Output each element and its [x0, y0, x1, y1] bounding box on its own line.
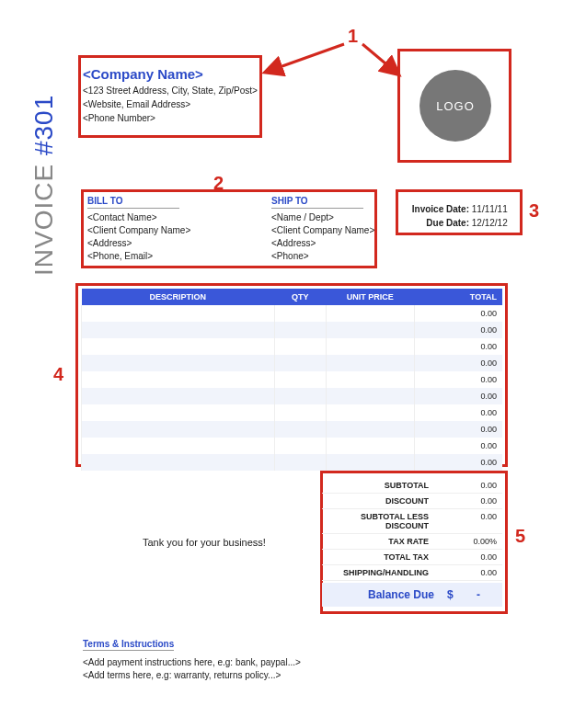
callout-number-5: 5	[515, 526, 525, 547]
bill-to-company: <Client Company Name>	[87, 225, 253, 235]
cell-total: 0.00	[414, 404, 502, 421]
line-items-table: DESCRIPTION QTY UNIT PRICE TOTAL 0.000.0…	[81, 289, 502, 471]
cell-qty	[274, 438, 326, 454]
totals-block: SUBTOTAL0.00 DISCOUNT0.00 SUBTOTAL LESS …	[322, 478, 502, 607]
cell-total: 0.00	[414, 454, 502, 471]
table-row: 0.00	[82, 305, 503, 322]
bill-to-phone-email: <Phone, Email>	[87, 251, 253, 261]
ship-to-address: <Address>	[271, 238, 391, 248]
table-row: 0.00	[82, 355, 503, 371]
table-row: 0.00	[82, 338, 503, 355]
cell-unit-price	[326, 404, 414, 421]
cell-qty	[274, 454, 326, 471]
cell-unit-price	[326, 338, 414, 355]
col-unit-price: UNIT PRICE	[326, 289, 414, 305]
balance-due-label: Balance Due	[327, 588, 447, 601]
cell-qty	[274, 388, 326, 404]
company-phone: <Phone Number>	[83, 113, 258, 123]
cell-total: 0.00	[414, 371, 502, 388]
cell-description	[82, 338, 275, 355]
balance-due-row: Balance Due $ -	[322, 583, 502, 607]
cell-total: 0.00	[414, 355, 502, 371]
discount-value: 0.00	[442, 496, 497, 506]
bill-to-block: BILL TO <Contact Name> <Client Company N…	[87, 193, 253, 264]
table-row: 0.00	[82, 404, 503, 421]
balance-due-value: -	[460, 588, 497, 601]
cell-description	[82, 454, 275, 471]
cell-description	[82, 438, 275, 454]
total-tax-value: 0.00	[442, 552, 497, 562]
subtotal-value: 0.00	[442, 481, 497, 490]
cell-unit-price	[326, 421, 414, 438]
cell-total: 0.00	[414, 322, 502, 338]
shipping-value: 0.00	[442, 568, 497, 577]
logo-block: LOGO	[405, 55, 506, 156]
table-row: 0.00	[82, 322, 503, 338]
cell-description	[82, 371, 275, 388]
ship-to-phone: <Phone>	[271, 251, 391, 261]
table-row: 0.00	[82, 438, 503, 454]
bill-to-address: <Address>	[87, 238, 253, 248]
discount-label: DISCOUNT	[327, 496, 442, 506]
company-info-block: <Company Name> <123 Street Address, City…	[83, 63, 258, 127]
cell-unit-price	[326, 305, 414, 322]
company-name: <Company Name>	[83, 66, 258, 82]
cell-description	[82, 421, 275, 438]
cell-total: 0.00	[414, 388, 502, 404]
tax-rate-label: TAX RATE	[327, 537, 442, 546]
thank-you-text: Tank you for your business!	[143, 537, 266, 548]
invoice-date-label: Invoice Date:	[405, 204, 469, 214]
invoice-label-text: INVOICE	[29, 155, 58, 276]
cell-qty	[274, 322, 326, 338]
invoice-number: #301	[29, 95, 58, 155]
table-row: 0.00	[82, 388, 503, 404]
callout-number-2: 2	[213, 173, 224, 194]
callout-number-3: 3	[529, 200, 539, 222]
svg-line-1	[362, 44, 397, 74]
cell-description	[82, 305, 275, 322]
table-row: 0.00	[82, 421, 503, 438]
bill-to-contact: <Contact Name>	[87, 212, 253, 222]
cell-qty	[274, 338, 326, 355]
callout-number-1: 1	[348, 26, 358, 47]
tax-rate-value: 0.00%	[442, 537, 497, 546]
col-total: TOTAL	[414, 289, 502, 305]
subtotal-less-label: SUBTOTAL LESS DISCOUNT	[327, 512, 442, 530]
due-date-label: Due Date:	[405, 218, 469, 228]
callout-number-4: 4	[53, 364, 63, 385]
subtotal-less-value: 0.00	[442, 512, 497, 530]
cell-qty	[274, 404, 326, 421]
cell-unit-price	[326, 454, 414, 471]
ship-to-header: SHIP TO	[271, 196, 363, 209]
logo-placeholder: LOGO	[419, 70, 491, 142]
table-row: 0.00	[82, 371, 503, 388]
company-address: <123 Street Address, City, State, Zip/Po…	[83, 85, 258, 96]
total-tax-label: TOTAL TAX	[327, 552, 442, 562]
balance-due-currency: $	[447, 588, 460, 601]
terms-payment: <Add payment instructions here, e.g: ban…	[83, 657, 301, 667]
ship-to-company: <Client Company Name>	[271, 225, 391, 235]
invoice-side-label: INVOICE #301	[29, 95, 59, 276]
ship-to-block: SHIP TO <Name / Dept> <Client Company Na…	[271, 193, 391, 264]
subtotal-label: SUBTOTAL	[327, 481, 442, 490]
cell-unit-price	[326, 322, 414, 338]
svg-line-0	[267, 44, 344, 72]
cell-qty	[274, 421, 326, 438]
col-description: DESCRIPTION	[82, 289, 275, 305]
company-web-email: <Website, Email Address>	[83, 99, 258, 109]
cell-qty	[274, 355, 326, 371]
due-date-value: 12/12/12	[472, 218, 508, 228]
cell-qty	[274, 371, 326, 388]
cell-total: 0.00	[414, 421, 502, 438]
terms-other: <Add terms here, e.g: warranty, returns …	[83, 670, 301, 680]
terms-block: Terms & Instructions <Add payment instru…	[83, 636, 301, 683]
cell-unit-price	[326, 438, 414, 454]
ship-to-name-dept: <Name / Dept>	[271, 212, 391, 222]
cell-unit-price	[326, 355, 414, 371]
cell-unit-price	[326, 371, 414, 388]
cell-total: 0.00	[414, 438, 502, 454]
cell-total: 0.00	[414, 305, 502, 322]
cell-total: 0.00	[414, 338, 502, 355]
terms-header: Terms & Instructions	[83, 639, 174, 651]
bill-to-header: BILL TO	[87, 196, 179, 209]
